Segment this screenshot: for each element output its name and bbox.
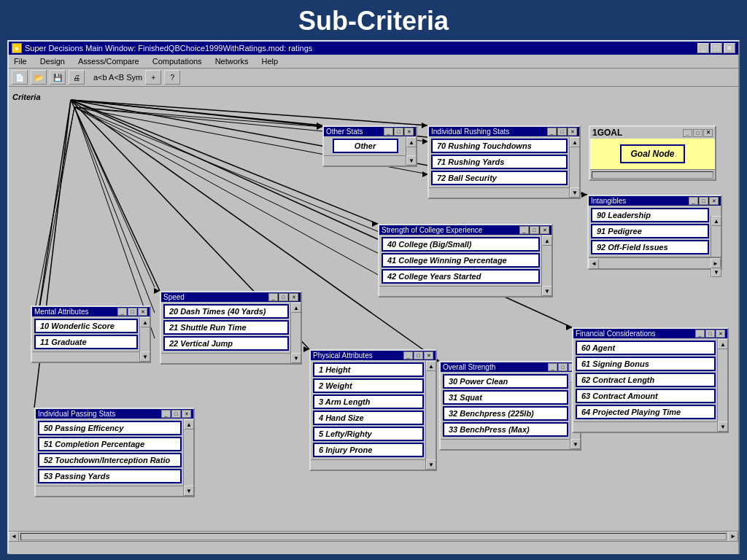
toolbar-btn-plus[interactable]: + <box>145 70 161 85</box>
node-rushing-td[interactable]: 70 Rushing Touchdowns <box>431 139 568 153</box>
rushing-maximize[interactable]: □ <box>557 128 567 136</box>
svg-line-8 <box>74 107 155 338</box>
node-benchpress-max[interactable]: 33 BenchPress (Max) <box>443 422 568 437</box>
node-power-clean[interactable]: 30 Power Clean <box>443 374 568 389</box>
physical-maximize[interactable]: □ <box>414 351 423 359</box>
physical-title-bar: Physical Attributes _ □ ✕ <box>311 351 436 360</box>
node-squat[interactable]: 31 Squat <box>443 390 568 405</box>
node-passing-yards[interactable]: 53 Passing Yards <box>38 469 182 483</box>
speed-close[interactable]: ✕ <box>289 293 298 301</box>
other-close[interactable]: ✕ <box>404 128 414 136</box>
passing-maximize[interactable]: □ <box>171 410 181 418</box>
college-close[interactable]: ✕ <box>540 226 549 234</box>
node-leadership[interactable]: 90 Leadership <box>591 208 709 222</box>
college-minimize[interactable]: _ <box>519 226 529 234</box>
close-button[interactable]: ✕ <box>724 43 735 53</box>
speed-maximize[interactable]: □ <box>279 293 288 301</box>
node-wonderlic[interactable]: 10 Wonderlic Score <box>34 319 138 333</box>
toolbar: 📄 📂 💾 🖨 a<b A<B Sym + ? <box>9 69 738 87</box>
menu-help[interactable]: Help <box>259 56 280 66</box>
menu-design[interactable]: Design <box>38 56 67 66</box>
node-signing-bonus[interactable]: 61 Signing Bonus <box>576 357 716 371</box>
node-shuttle[interactable]: 21 Shuttle Run Time <box>163 320 289 335</box>
node-td-int-ratio[interactable]: 52 Touchdown/Interception Ratio <box>38 453 182 467</box>
financial-maximize[interactable]: □ <box>705 330 715 338</box>
intangibles-maximize[interactable]: □ <box>699 197 708 205</box>
maximize-button[interactable]: □ <box>711 43 722 53</box>
node-offField[interactable]: 92 Off-Field Issues <box>591 240 709 254</box>
node-pedigree[interactable]: 91 Pedigree <box>591 224 709 238</box>
node-ball-security[interactable]: 72 Ball Security <box>431 171 568 185</box>
passing-stats-window: Individual Passing Stats _ □ ✕ 50 Passin… <box>34 408 195 497</box>
speed-title-bar: Speed _ □ ✕ <box>161 292 301 302</box>
mental-minimize[interactable]: _ <box>117 308 127 316</box>
menu-file[interactable]: File <box>12 56 29 66</box>
overall-title-bar: Overall Strength _ □ ✕ <box>441 362 580 372</box>
node-college-winpct[interactable]: 41 College Winning Percentage <box>382 253 540 268</box>
toolbar-btn-save[interactable]: 💾 <box>50 70 66 85</box>
goal-node-box[interactable]: Goal Node <box>620 144 684 163</box>
overall-minimize[interactable]: _ <box>548 363 557 371</box>
overall-maximize[interactable]: □ <box>558 363 568 371</box>
node-height[interactable]: 1 Height <box>313 362 424 377</box>
financial-close[interactable]: ✕ <box>716 330 725 338</box>
intangibles-close[interactable]: ✕ <box>709 197 719 205</box>
overall-title-label: Overall Strength <box>443 363 495 371</box>
node-contract-length[interactable]: 62 Contract Length <box>576 373 716 387</box>
passing-minimize[interactable]: _ <box>161 410 171 418</box>
toolbar-btn-open[interactable]: 📂 <box>31 70 47 85</box>
menu-computations[interactable]: Computations <box>150 56 204 66</box>
scroll-left[interactable]: ◄ <box>9 532 19 542</box>
node-completion-pct[interactable]: 51 Completion Percentage <box>38 437 182 451</box>
menu-networks[interactable]: Networks <box>213 56 251 66</box>
rushing-minimize[interactable]: _ <box>547 128 557 136</box>
node-college-years[interactable]: 42 College Years Started <box>382 269 540 284</box>
mental-close[interactable]: ✕ <box>138 308 147 316</box>
node-other[interactable]: Other <box>333 139 398 153</box>
node-projected-time[interactable]: 64 Projected Playing Time <box>576 405 716 419</box>
physical-close[interactable]: ✕ <box>424 351 433 359</box>
passing-close[interactable]: ✕ <box>182 410 191 418</box>
node-vertical[interactable]: 22 Vertical Jump <box>163 336 289 351</box>
svg-marker-28 <box>372 221 378 227</box>
toolbar-btn-print[interactable]: 🖨 <box>69 70 85 85</box>
node-agent[interactable]: 60 Agent <box>576 341 716 355</box>
physical-minimize[interactable]: _ <box>403 351 413 359</box>
toolbar-btn-help[interactable]: ? <box>164 70 180 85</box>
speed-minimize[interactable]: _ <box>268 293 278 301</box>
node-rushing-yards[interactable]: 71 Rushing Yards <box>431 155 568 169</box>
mental-title-bar: Mental Attributes _ □ ✕ <box>32 307 150 316</box>
node-arm-length[interactable]: 3 Arm Length <box>313 394 424 409</box>
node-hand-size[interactable]: 4 Hand Size <box>313 411 424 425</box>
node-passing-eff[interactable]: 50 Passing Efficency <box>38 421 182 435</box>
rushing-title-label: Individual Rushing Stats <box>431 128 509 136</box>
other-stats-title-label: Other Stats <box>326 128 363 136</box>
financial-minimize[interactable]: _ <box>695 330 705 338</box>
node-lefty-righty[interactable]: 5 Lefty/Righty <box>313 427 424 441</box>
speed-window: Speed _ □ ✕ 20 Dash Times (40 Yards) 21 … <box>160 291 302 365</box>
mental-maximize[interactable]: □ <box>128 308 137 316</box>
intangibles-minimize[interactable]: _ <box>689 197 698 205</box>
node-weight[interactable]: 2 Weight <box>313 378 424 393</box>
goal-maximize[interactable]: □ <box>693 129 703 137</box>
minimize-button[interactable]: _ <box>697 43 709 53</box>
main-scrollbar-h[interactable]: ◄ ► <box>9 531 738 541</box>
mental-window: Mental Attributes _ □ ✕ 10 Wonderlic Sco… <box>31 306 151 363</box>
goal-close[interactable]: ✕ <box>703 129 713 137</box>
financial-title-label: Financial Considerations <box>576 330 656 338</box>
rushing-close[interactable]: ✕ <box>568 128 577 136</box>
other-maximize[interactable]: □ <box>394 128 403 136</box>
node-benchpress-225[interactable]: 32 Benchpress (225lb) <box>443 406 568 421</box>
node-dash[interactable]: 20 Dash Times (40 Yards) <box>163 304 289 319</box>
node-injury-prone[interactable]: 6 Injury Prone <box>313 443 424 457</box>
other-minimize[interactable]: _ <box>384 128 393 136</box>
college-maximize[interactable]: □ <box>530 226 539 234</box>
node-graduate[interactable]: 11 Graduate <box>34 335 138 349</box>
node-contract-amount[interactable]: 63 Contract Amount <box>576 389 716 403</box>
physical-title-label: Physical Attributes <box>313 351 373 359</box>
goal-minimize[interactable]: _ <box>683 129 692 137</box>
toolbar-btn-new[interactable]: 📄 <box>12 70 28 85</box>
scroll-right[interactable]: ► <box>728 532 738 542</box>
node-college-bigsmall[interactable]: 40 College (Big/Small) <box>382 237 540 252</box>
menu-assess[interactable]: Assess/Compare <box>76 56 142 66</box>
